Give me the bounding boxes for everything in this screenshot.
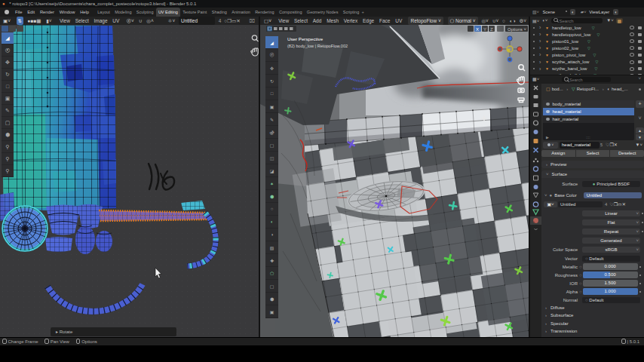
svg-text:Options ˅: Options ˅	[508, 27, 527, 32]
svg-text:X: X	[476, 27, 479, 32]
svg-text:Z: Z	[490, 27, 493, 32]
svg-text:(82) body_low | RetopoFlow.002: (82) body_low | RetopoFlow.002	[287, 44, 348, 48]
svg-text:Y: Y	[483, 27, 486, 32]
svg-text:▸ Rotate: ▸ Rotate	[56, 330, 73, 334]
svg-text:User Perspective: User Perspective	[287, 36, 324, 41]
